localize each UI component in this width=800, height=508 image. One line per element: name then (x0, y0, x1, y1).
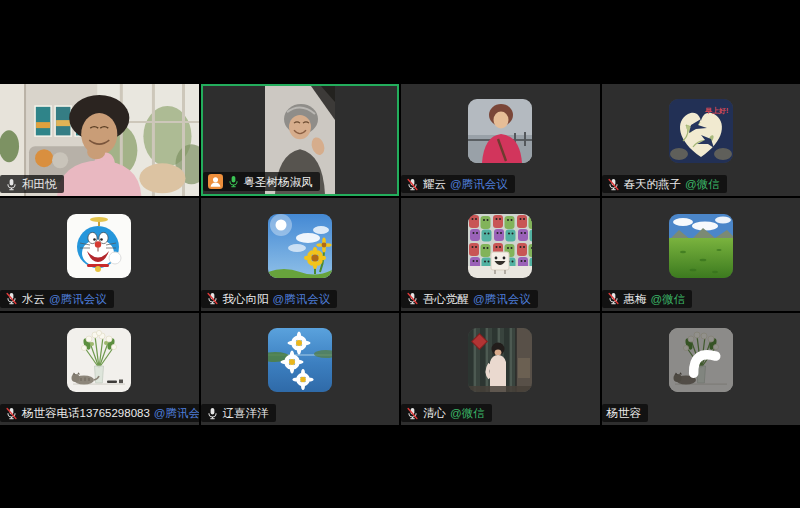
participant-name: 吾心觉醒 (423, 292, 469, 306)
participant-name: 和田悦 (22, 177, 57, 191)
platform-suffix: @微信 (651, 292, 686, 306)
participant-label: 杨世容电话13765298083 @腾讯会议 (0, 404, 199, 422)
platform-suffix: @腾讯会议 (49, 292, 107, 306)
participant-name: 辽喜洋洋 (223, 406, 269, 420)
platform-suffix: @腾讯会议 (154, 406, 199, 420)
participant-tile[interactable]: 耀云 @腾讯会议 (401, 84, 600, 196)
mic-muted-icon (5, 292, 18, 305)
mic-muted-icon (406, 178, 419, 191)
avatar (67, 328, 131, 392)
participant-name: 粤圣树杨淑凤 (244, 175, 313, 189)
participant-tile[interactable]: 我心向阳 @腾讯会议 (201, 198, 400, 310)
mic-on-icon (206, 407, 219, 420)
avatar-heart-with-swallows: 早上好! (669, 99, 733, 163)
participant-tile-active-speaker[interactable]: 粤圣树杨淑凤 (201, 84, 400, 196)
participant-label: 惠梅 @微信 (602, 290, 693, 308)
participant-name: 水云 (22, 292, 45, 306)
participant-label: 吾心觉醒 @腾讯会议 (401, 290, 538, 308)
participant-tile[interactable]: 辽喜洋洋 (201, 313, 400, 425)
participant-tile[interactable]: 惠梅 @微信 (602, 198, 800, 310)
participant-name: 杨世容电话13765298083 (22, 406, 150, 420)
participant-name: 杨世容 (607, 406, 642, 420)
avatar-flower-vase-cat-dimmed (669, 328, 733, 392)
platform-suffix: @腾讯会议 (450, 177, 508, 191)
platform-suffix: @腾讯会议 (273, 292, 331, 306)
mic-on-icon (5, 178, 18, 191)
participant-name: 我心向阳 (223, 292, 269, 306)
participant-label: 水云 @腾讯会议 (0, 290, 114, 308)
avatar (468, 99, 532, 163)
mic-speaking-icon (227, 175, 240, 188)
mic-muted-icon (406, 292, 419, 305)
avatar-doraemon (67, 214, 131, 278)
mic-muted-icon (607, 292, 620, 305)
avatar (669, 328, 733, 392)
participant-tile[interactable]: 清心 @微信 (401, 313, 600, 425)
avatar-flower-vase-cat (67, 328, 131, 392)
avatar (468, 214, 532, 278)
avatar-person-by-curtain (468, 328, 532, 392)
participant-name: 春天的燕子 (624, 177, 682, 191)
avatar (669, 214, 733, 278)
participant-tile[interactable]: 早上好! 春天的燕子 @微信 (602, 84, 800, 196)
avatar: 早上好! (669, 99, 733, 163)
avatar-green-meadow (669, 214, 733, 278)
participant-name: 耀云 (423, 177, 446, 191)
participant-label: 我心向阳 @腾讯会议 (201, 290, 338, 308)
avatar-cartoon-crowd (468, 214, 532, 278)
participant-label: 和田悦 (0, 175, 64, 193)
participant-tile[interactable]: 杨世容 (602, 313, 800, 425)
letterbox-bottom (0, 425, 800, 508)
presenter-badge-icon (208, 174, 223, 189)
participant-name: 清心 (423, 406, 446, 420)
mic-muted-icon (5, 407, 18, 420)
participant-label: 耀云 @腾讯会议 (401, 175, 515, 193)
mic-muted-icon (607, 178, 620, 191)
mic-muted-icon (206, 292, 219, 305)
participant-label: 辽喜洋洋 (201, 404, 276, 422)
participant-label: 杨世容 (602, 404, 649, 422)
platform-suffix: @微信 (450, 406, 485, 420)
participant-tile[interactable]: 和田悦 (0, 84, 199, 196)
avatar-greeting-text: 早上好! (704, 106, 728, 115)
participant-label: 春天的燕子 @微信 (602, 175, 727, 193)
platform-suffix: @微信 (685, 177, 720, 191)
letterbox-top (0, 0, 800, 84)
participant-tile[interactable]: 杨世容电话13765298083 @腾讯会议 (0, 313, 199, 425)
avatar (268, 328, 332, 392)
avatar-woman-by-water (468, 99, 532, 163)
participant-grid: 和田悦 粤圣树杨淑凤 (0, 84, 800, 425)
participant-label: 清心 @微信 (401, 404, 492, 422)
participant-label: 粤圣树杨淑凤 (203, 172, 320, 191)
avatar (67, 214, 131, 278)
participant-tile[interactable]: 吾心觉醒 @腾讯会议 (401, 198, 600, 310)
avatar (268, 214, 332, 278)
participant-tile[interactable]: 水云 @腾讯会议 (0, 198, 199, 310)
avatar-daisies-over-lake (268, 328, 332, 392)
avatar (468, 328, 532, 392)
avatar-sun-and-sunflowers (268, 214, 332, 278)
participant-name: 惠梅 (624, 292, 647, 306)
mic-muted-icon (406, 407, 419, 420)
platform-suffix: @腾讯会议 (473, 292, 531, 306)
